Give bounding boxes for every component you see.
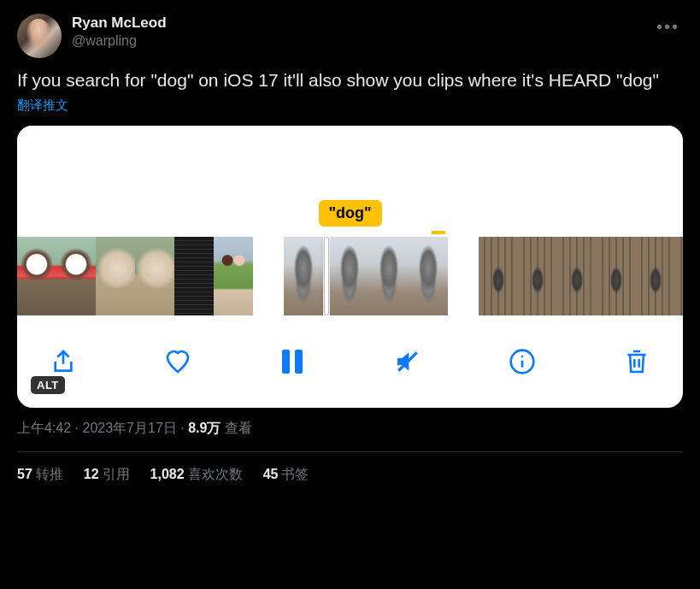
svg-point-2 xyxy=(521,356,523,358)
tweet-meta: 上午4:42 · 2023年7月17日 · 8.9万 查看 xyxy=(17,420,683,438)
clip-frame xyxy=(597,237,636,315)
bookmarks-stat[interactable]: 45书签 xyxy=(263,466,309,484)
retweets-stat[interactable]: 57转推 xyxy=(17,466,63,484)
clip-frame xyxy=(17,237,56,315)
avatar[interactable] xyxy=(17,14,62,58)
clip-frame xyxy=(174,237,214,315)
clip-group-1[interactable] xyxy=(17,237,253,315)
stats-row: 57转推 12引用 1,082喜欢次数 45书签 xyxy=(17,452,683,498)
mute-icon[interactable] xyxy=(394,348,421,375)
audio-marker xyxy=(432,231,445,234)
playhead[interactable] xyxy=(324,237,329,315)
media-top: "dog" xyxy=(17,126,683,237)
media-card[interactable]: "dog" xyxy=(17,126,683,408)
quotes-count: 12 xyxy=(84,467,99,481)
more-button[interactable]: ••• xyxy=(653,14,683,40)
video-timeline[interactable] xyxy=(17,237,683,315)
bookmarks-label: 书签 xyxy=(281,467,309,481)
tweet-time[interactable]: 上午4:42 xyxy=(17,421,71,435)
retweets-label: 转推 xyxy=(36,467,63,481)
share-icon[interactable] xyxy=(50,348,77,375)
views-count: 8.9万 xyxy=(188,421,221,435)
clip-frame xyxy=(135,237,174,315)
clip-frame xyxy=(369,237,409,315)
search-tooltip: "dog" xyxy=(318,200,381,227)
clip-frame xyxy=(636,237,675,315)
quotes-stat[interactable]: 12引用 xyxy=(84,466,130,484)
tweet-container: Ryan McLeod @warpling ••• If you search … xyxy=(0,0,700,498)
clip-frame xyxy=(214,237,253,315)
info-icon[interactable] xyxy=(509,348,536,375)
clip-frame xyxy=(96,237,135,315)
tweet-text: If you search for "dog" on iOS 17 it'll … xyxy=(17,68,683,92)
clip-frame xyxy=(284,237,323,315)
clip-frame xyxy=(479,237,518,315)
clip-frame xyxy=(330,237,369,315)
tweet-header: Ryan McLeod @warpling ••• xyxy=(17,14,683,58)
heart-icon[interactable] xyxy=(164,348,191,375)
clip-frame xyxy=(675,237,683,315)
quotes-label: 引用 xyxy=(103,467,130,481)
views-label: 查看 xyxy=(225,421,252,435)
clip-frame xyxy=(557,237,597,315)
media-action-bar xyxy=(17,315,683,408)
likes-stat[interactable]: 1,082喜欢次数 xyxy=(150,466,243,484)
clip-group-3[interactable] xyxy=(479,237,683,315)
user-handle: @warpling xyxy=(72,32,653,50)
likes-count: 1,082 xyxy=(150,467,185,481)
pause-icon[interactable] xyxy=(279,348,306,375)
clip-frame xyxy=(409,237,448,315)
bookmarks-count: 45 xyxy=(263,467,279,481)
clip-group-2[interactable] xyxy=(284,237,448,315)
clip-frame xyxy=(56,237,96,315)
tweet-date[interactable]: 2023年7月17日 xyxy=(82,421,176,435)
translate-link[interactable]: 翻译推文 xyxy=(17,97,68,114)
trash-icon[interactable] xyxy=(623,348,650,375)
display-name: Ryan McLeod xyxy=(72,14,653,32)
clip-frame xyxy=(518,237,557,315)
retweets-count: 57 xyxy=(17,467,32,481)
alt-badge[interactable]: ALT xyxy=(31,376,65,394)
user-info[interactable]: Ryan McLeod @warpling xyxy=(72,14,653,50)
likes-label: 喜欢次数 xyxy=(188,467,243,481)
